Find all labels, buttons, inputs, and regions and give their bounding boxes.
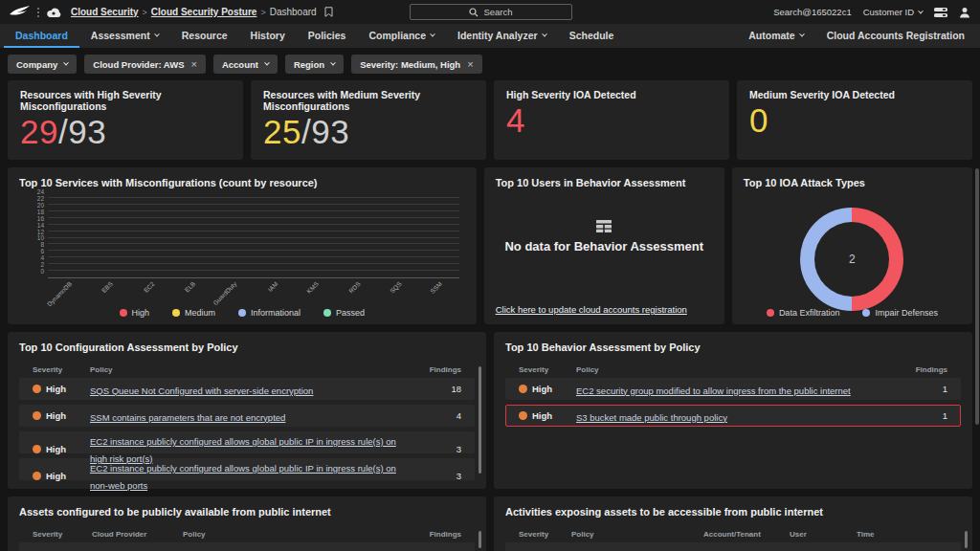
filter-chip-cloud-provider[interactable]: Cloud Provider: AWS× <box>84 55 206 74</box>
page-scrollbar[interactable] <box>974 0 979 551</box>
stat-value-number: 29 <box>20 113 58 150</box>
y-axis-tick: 2 <box>40 261 44 268</box>
stat-card-title: Medium Severity IOA Detected <box>749 89 960 100</box>
policy-link[interactable]: SQS Queue Not Configured with server-sid… <box>90 386 313 396</box>
panel-title: Top 10 Services with Misconfigurations (… <box>19 177 465 188</box>
legend-item-high[interactable]: High <box>120 308 150 318</box>
severity-dot-icon <box>33 385 41 393</box>
table-scrollbar[interactable] <box>479 366 481 474</box>
bar-slot-rds[interactable]: RDS <box>336 198 377 277</box>
severity-cell: High <box>519 410 576 421</box>
x-axis-label: DynamoDB <box>46 280 73 307</box>
update-cloud-accounts-link[interactable]: Click here to update cloud accounts regi… <box>496 304 687 315</box>
bar-slot-guardduty[interactable]: GuardDuty <box>212 198 254 277</box>
y-axis-tick: 4 <box>40 254 44 261</box>
chevron-down-icon <box>330 60 336 66</box>
table-row[interactable]: HighEC2 security group modified to allow… <box>505 378 961 400</box>
bar-slot-kms[interactable]: KMS <box>295 198 336 277</box>
table-scrollbar[interactable] <box>479 531 481 548</box>
legend-label: Impair Defenses <box>875 308 938 318</box>
table-row[interactable]: HighEC2 instance publicly configured all… <box>19 431 475 453</box>
policy-link[interactable]: EC2 instance publicly configured allows … <box>90 463 396 491</box>
table-scrollbar[interactable] <box>965 531 968 548</box>
bar-slot-ebs[interactable]: EBS <box>89 198 130 277</box>
legend-item-medium[interactable]: Medium <box>172 308 215 318</box>
tab-schedule[interactable]: Schedule <box>558 24 626 48</box>
policy-link[interactable]: EC2 security group modified to allow ing… <box>576 386 851 396</box>
public-assets-table: SeverityCloud ProviderPolicyFindings <box>19 525 475 551</box>
y-axis-tick: 20 <box>37 201 44 208</box>
tab-history[interactable]: History <box>239 24 297 48</box>
bar-slot-elb[interactable]: ELB <box>171 198 212 277</box>
breadcrumb-dashboard: Dashboard <box>270 7 317 17</box>
severity-label: High <box>46 444 66 454</box>
y-axis-tick: 10 <box>37 234 44 241</box>
card-medium-misconfigurations[interactable]: Resources with Medium Severity Misconfig… <box>251 80 486 160</box>
table-row[interactable]: HighEC2 instance publicly configured all… <box>19 458 475 480</box>
filter-chip-company[interactable]: Company <box>8 55 77 74</box>
stat-value-number: 25 <box>263 113 301 150</box>
legend-dot <box>172 309 180 317</box>
table-row[interactable]: HighSSM contains parameters that are not… <box>19 405 475 427</box>
column-header-policy: Policy <box>90 365 413 374</box>
bar-chart: 024681012141618202224DynamoDBEBSEC2ELBGu… <box>48 198 459 278</box>
bar-slot-ec2[interactable]: EC2 <box>130 198 171 277</box>
breadcrumb: Cloud Security > Cloud Security Posture … <box>71 7 333 17</box>
column-header-policy: Policy <box>576 365 900 374</box>
card-high-misconfigurations[interactable]: Resources with High Severity Misconfigur… <box>8 80 243 160</box>
policy-link[interactable]: SSM contains parameters that are not enc… <box>90 412 285 423</box>
tab-assessment[interactable]: Assessment <box>79 24 170 48</box>
filter-label: Company <box>16 59 57 70</box>
scrollbar-thumb[interactable] <box>975 168 979 425</box>
bar-slot-dynamodb[interactable]: DynamoDB <box>48 198 89 277</box>
user-search-label: Search@165022c1 <box>773 7 851 17</box>
customer-id-menu[interactable]: Customer ID <box>863 7 923 17</box>
policy-link[interactable]: S3 bucket made public through policy <box>576 412 727 423</box>
breadcrumb-separator: > <box>143 8 147 17</box>
cloud-accounts-registration-button[interactable]: Cloud Accounts Registration <box>815 24 976 48</box>
tab-policies[interactable]: Policies <box>297 24 358 48</box>
legend-item-impair-defenses[interactable]: Impair Defenses <box>862 308 938 318</box>
column-header-severity: Severity <box>519 530 571 539</box>
bar-slot-iam[interactable]: IAM <box>254 198 295 277</box>
table-row[interactable]: HighSQS Queue Not Configured with server… <box>19 378 475 400</box>
panel-title: Assets configured to be publicly availab… <box>19 506 475 518</box>
findings-cell: 1 <box>900 384 947 394</box>
remove-filter-icon[interactable]: × <box>467 59 473 70</box>
chart-legend: HighMediumInformationalPassed <box>8 308 477 318</box>
user-profile-icon[interactable] <box>959 7 970 18</box>
breadcrumb-cloud-security[interactable]: Cloud Security <box>71 7 139 17</box>
global-search-input[interactable]: Search <box>410 4 572 20</box>
severity-cell: High <box>33 444 90 454</box>
y-axis-tick: 22 <box>37 194 44 201</box>
tab-dashboard[interactable]: Dashboard <box>4 24 79 48</box>
bookmark-icon[interactable] <box>324 7 333 17</box>
bar-slot-ssm[interactable]: SSM <box>418 198 459 277</box>
filter-chip-account[interactable]: Account <box>213 55 278 74</box>
tab-identity-analyzer[interactable]: Identity Analyzer <box>446 24 558 48</box>
bar-slot-sqs[interactable]: SQS <box>377 198 418 277</box>
stack-icon[interactable] <box>934 7 947 18</box>
card-high-ioa[interactable]: High Severity IOA Detected4 <box>494 80 729 160</box>
legend-item-informational[interactable]: Informational <box>238 308 301 318</box>
breadcrumb-cloud-security-posture[interactable]: Cloud Security Posture <box>151 7 257 17</box>
chevron-down-icon <box>154 31 160 36</box>
tab-label: Automate <box>748 30 794 41</box>
crowdstrike-falcon-logo[interactable] <box>10 6 31 18</box>
filter-chip-region[interactable]: Region <box>285 55 344 74</box>
menu-dots-icon[interactable] <box>37 8 39 17</box>
legend-item-data-exfiltration[interactable]: Data Exfiltration <box>767 308 840 318</box>
tab-compliance[interactable]: Compliance <box>357 24 446 48</box>
x-axis-label: KMS <box>305 280 320 295</box>
automate-button[interactable]: Automate <box>737 24 814 48</box>
bar-slots: DynamoDBEBSEC2ELBGuardDutyIAMKMSRDSSQSSS… <box>48 198 459 277</box>
panel-public-assets: Assets configured to be publicly availab… <box>8 496 486 551</box>
remove-filter-icon[interactable]: × <box>190 59 196 70</box>
filter-chip-severity[interactable]: Severity: Medium, High× <box>351 55 482 74</box>
card-medium-ioa[interactable]: Medium Severity IOA Detected0 <box>737 80 972 160</box>
legend-item-passed[interactable]: Passed <box>323 308 365 318</box>
legend-label: Informational <box>251 308 301 318</box>
tab-resource[interactable]: Resource <box>170 24 239 48</box>
no-data-message: No data for Behavior Assessment <box>504 239 703 253</box>
table-row[interactable]: HighS3 bucket made public through policy… <box>505 405 961 427</box>
